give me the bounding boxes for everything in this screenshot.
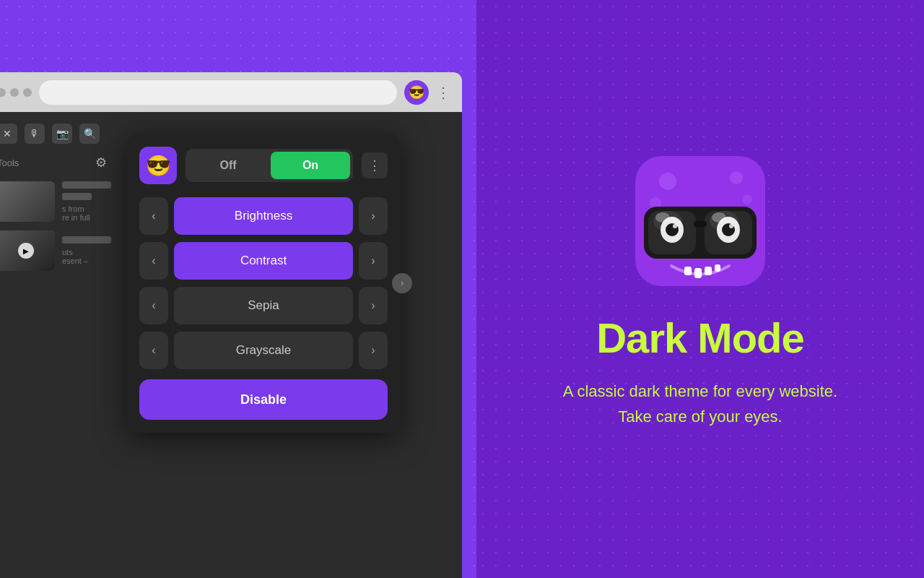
list-item: s fromre in full	[0, 181, 111, 222]
brightness-row: ‹ Brightness ›	[139, 197, 388, 235]
sepia-row: ‹ Sepia ›	[139, 287, 388, 324]
item-text: s fromre in full	[62, 204, 111, 222]
dark-mode-title: Dark Mode	[596, 315, 804, 361]
popup-logo-emoji: 😎	[146, 154, 171, 178]
contrast-next-button[interactable]: ›	[359, 242, 388, 280]
tools-label: Tools	[0, 158, 22, 168]
svg-rect-15	[705, 267, 712, 275]
dot-red	[0, 88, 6, 97]
svg-point-22	[729, 224, 733, 228]
browser-content: ✕ 🎙 📷 🔍 Tools ⚙	[0, 112, 462, 578]
disable-button[interactable]: Disable	[139, 379, 388, 420]
svg-point-2	[730, 171, 743, 184]
more-icon: ⋮	[368, 158, 381, 173]
text-line	[62, 236, 111, 243]
sepia-next-button[interactable]: ›	[359, 287, 388, 324]
brightness-prev-button[interactable]: ‹	[139, 197, 168, 235]
left-panel: 😎 ⋮ ✕ 🎙 📷 🔍 Tools ⚙	[0, 0, 476, 578]
svg-point-21	[673, 224, 677, 228]
svg-rect-16	[715, 264, 720, 272]
browser-titlebar: 😎 ⋮	[0, 72, 462, 112]
grayscale-row: ‹ Grayscale ›	[139, 332, 388, 369]
browser-search-row: ✕ 🎙 📷 🔍	[0, 124, 111, 144]
monster-icon	[628, 149, 772, 293]
toggle-off-button[interactable]: Off	[188, 152, 268, 179]
toggle-on-button[interactable]: On	[271, 152, 350, 179]
thumbnail-2: ▶	[0, 230, 55, 271]
text-block-2: utsesent –	[62, 236, 111, 265]
dark-mode-subtitle-1: A classic dark theme for every website.	[563, 379, 837, 404]
popup-panel: 😎 Off On ⋮ ‹ Brightness ›	[126, 134, 401, 433]
browser-menu-icon[interactable]: ⋮	[436, 84, 450, 101]
settings-icon[interactable]: ⚙	[91, 152, 111, 173]
svg-point-3	[742, 194, 752, 204]
camera-icon[interactable]: 📷	[52, 124, 72, 144]
toggle-container: Off On	[186, 149, 353, 182]
browser-window-dots	[0, 88, 32, 97]
dot-yellow	[10, 88, 19, 97]
contrast-row: ‹ Contrast ›	[139, 242, 388, 280]
browser-sidebar: ✕ 🎙 📷 🔍 Tools ⚙	[0, 112, 123, 578]
sepia-prev-button[interactable]: ‹	[139, 287, 168, 324]
right-panel: Dark Mode A classic dark theme for every…	[476, 0, 924, 578]
play-button[interactable]: ▶	[18, 243, 34, 259]
contrast-prev-button[interactable]: ‹	[139, 242, 168, 280]
dot-green	[23, 88, 32, 97]
browser-window: 😎 ⋮ ✕ 🎙 📷 🔍 Tools ⚙	[0, 72, 462, 578]
dark-mode-subtitle-2: Take care of your eyes.	[618, 404, 782, 429]
list-item-2: ▶ utsesent –	[0, 230, 111, 271]
popup-more-button[interactable]: ⋮	[362, 152, 388, 178]
brightness-next-button[interactable]: ›	[359, 197, 388, 235]
popup-header: 😎 Off On ⋮	[139, 147, 388, 184]
grayscale-next-button[interactable]: ›	[359, 332, 388, 369]
thumbnail-1	[0, 181, 55, 222]
text-line-short	[62, 193, 92, 200]
extension-icon[interactable]: 😎	[404, 80, 429, 105]
search-icon[interactable]: 🔍	[79, 124, 100, 144]
mic-icon[interactable]: 🎙	[25, 124, 45, 144]
sepia-button[interactable]: Sepia	[174, 287, 353, 324]
address-bar[interactable]	[39, 80, 397, 105]
item-text-2: utsesent –	[62, 248, 111, 265]
text-block-1: s fromre in full	[62, 181, 111, 222]
grayscale-button[interactable]: Grayscale	[174, 332, 353, 369]
popup-logo: 😎	[139, 147, 177, 184]
extension-emoji: 😎	[409, 85, 424, 100]
scroll-indicator: ›	[392, 273, 412, 293]
brightness-button[interactable]: Brightness	[174, 197, 353, 235]
svg-point-1	[659, 173, 676, 190]
svg-rect-14	[694, 268, 702, 278]
close-icon[interactable]: ✕	[0, 124, 17, 144]
svg-rect-12	[694, 221, 707, 227]
text-line	[62, 181, 111, 189]
contrast-button[interactable]: Contrast	[174, 242, 353, 280]
svg-rect-13	[684, 267, 692, 275]
grayscale-prev-button[interactable]: ‹	[139, 332, 168, 369]
